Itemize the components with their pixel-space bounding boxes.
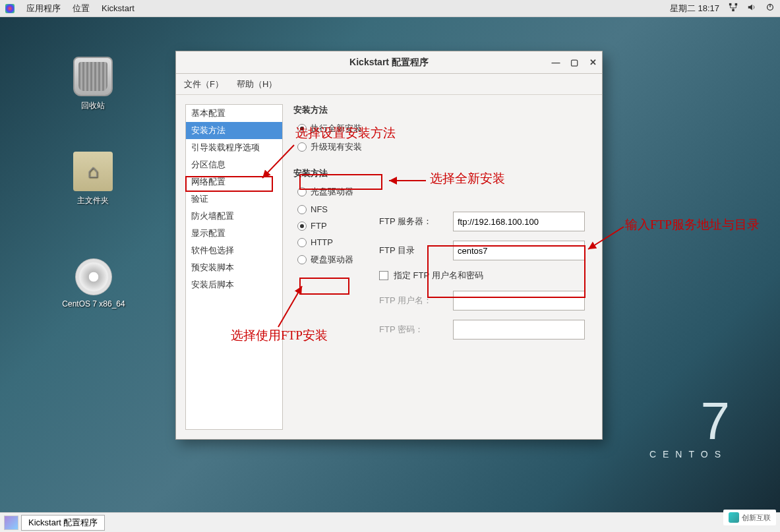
- section-install-source: 安装方法: [293, 167, 593, 179]
- svg-rect-0: [729, 3, 732, 6]
- input-ftp-dir[interactable]: [453, 241, 585, 260]
- show-desktop-button[interactable]: [4, 516, 18, 530]
- window-menubar: 文件（F） 帮助（H）: [176, 74, 602, 95]
- desktop-cd[interactable]: CentOS 7 x86_64: [47, 258, 140, 309]
- radio-cdrom[interactable]: 光盘驱动器: [293, 185, 593, 199]
- desktop-trash-label: 回收站: [63, 100, 123, 111]
- content-panel: 安装方法 执行全新安装 升级现有安装 安装方法 光盘驱动器 NFS FTP HT…: [293, 104, 593, 430]
- sidebar: 基本配置 安装方法 引导装载程序选项 分区信息 网络配置 验证 防火墙配置 显示…: [185, 104, 283, 430]
- network-icon[interactable]: [729, 3, 738, 14]
- label-ftp-user: FTP 用户名：: [379, 295, 445, 307]
- menu-places[interactable]: 位置: [73, 3, 90, 15]
- radio-upgrade[interactable]: 升级现有安装: [293, 140, 593, 154]
- desktop-cd-label: CentOS 7 x86_64: [47, 299, 140, 309]
- input-ftp-server[interactable]: [453, 212, 585, 231]
- window-close-button[interactable]: ✕: [587, 57, 598, 68]
- radio-icon: [297, 238, 307, 247]
- sidebar-item-partition[interactable]: 分区信息: [186, 156, 282, 173]
- menu-kickstart[interactable]: Kickstart: [102, 3, 135, 13]
- sidebar-item-basic[interactable]: 基本配置: [186, 105, 282, 122]
- taskbar-task-kickstart[interactable]: Kickstart 配置程序: [21, 515, 105, 531]
- section-install-type: 安装方法: [293, 104, 593, 116]
- radio-icon: [297, 222, 307, 231]
- label-ftp-auth: 指定 FTP 用户名和密码: [394, 270, 483, 281]
- sidebar-item-prescript[interactable]: 预安装脚本: [186, 259, 282, 276]
- menu-file[interactable]: 文件（F）: [184, 78, 224, 90]
- radio-icon: [297, 142, 307, 152]
- input-ftp-user: [453, 291, 585, 310]
- radio-new-install[interactable]: 执行全新安装: [293, 121, 593, 136]
- label-ftp-pass: FTP 密码：: [379, 324, 445, 336]
- sidebar-item-network[interactable]: 网络配置: [186, 173, 282, 191]
- sidebar-item-auth[interactable]: 验证: [186, 191, 282, 208]
- input-ftp-pass: [453, 320, 585, 340]
- label-ftp-server: FTP 服务器：: [379, 216, 445, 227]
- radio-icon: [297, 124, 307, 133]
- kickstart-window: Kickstart 配置程序 — ▢ ✕ 文件（F） 帮助（H） 基本配置 安装…: [175, 51, 603, 440]
- clock[interactable]: 星期二 18:17: [670, 3, 719, 15]
- taskbar: Kickstart 配置程序: [0, 512, 780, 532]
- gnome-topbar: 应用程序 位置 Kickstart 星期二 18:17: [0, 0, 780, 17]
- sidebar-item-postscript[interactable]: 安装后脚本: [186, 276, 282, 293]
- svg-rect-2: [732, 9, 735, 12]
- sidebar-item-install-method[interactable]: 安装方法: [186, 122, 282, 139]
- watermark-icon: [729, 512, 739, 523]
- sidebar-item-packages[interactable]: 软件包选择: [186, 242, 282, 259]
- menu-help[interactable]: 帮助（H）: [237, 78, 277, 90]
- window-maximize-button[interactable]: ▢: [569, 57, 580, 68]
- desktop-trash[interactable]: 回收站: [63, 57, 123, 111]
- desktop-home[interactable]: 主文件夹: [63, 152, 123, 206]
- volume-icon[interactable]: [747, 3, 756, 14]
- label-ftp-dir: FTP 目录: [379, 245, 445, 256]
- sidebar-item-display[interactable]: 显示配置: [186, 225, 282, 242]
- activities-icon[interactable]: [5, 4, 15, 13]
- sidebar-item-firewall[interactable]: 防火墙配置: [186, 208, 282, 225]
- svg-rect-1: [735, 3, 738, 6]
- window-titlebar[interactable]: Kickstart 配置程序 — ▢ ✕: [176, 51, 602, 74]
- window-minimize-button[interactable]: —: [551, 57, 561, 68]
- centos-watermark: 7 CENTOS: [649, 400, 727, 459]
- radio-icon: [297, 187, 307, 196]
- watermark: 创新互联: [723, 510, 776, 525]
- radio-icon: [297, 255, 307, 264]
- menu-applications[interactable]: 应用程序: [26, 3, 61, 15]
- radio-icon: [297, 205, 307, 214]
- power-icon[interactable]: [765, 3, 775, 14]
- annotation-text-3: 输入FTP服务地址与目录: [625, 215, 760, 235]
- window-title: Kickstart 配置程序: [349, 57, 429, 69]
- desktop-home-label: 主文件夹: [63, 195, 123, 206]
- sidebar-item-bootloader[interactable]: 引导装载程序选项: [186, 139, 282, 156]
- checkbox-ftp-auth[interactable]: [379, 271, 388, 280]
